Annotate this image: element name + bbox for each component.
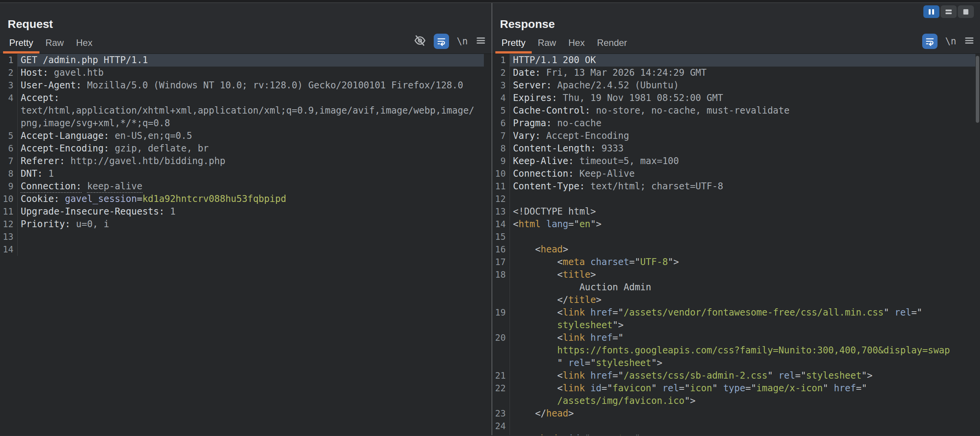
code-line-11[interactable]: 11Upgrade-Insecure-Requests: 1: [0, 205, 484, 218]
code-line-7[interactable]: 7Vary: Accept-Encoding: [492, 130, 975, 142]
code-line-20[interactable]: 20 <link href=": [492, 332, 975, 344]
repeater-message-panels: Request PrettyRawHex: [0, 3, 980, 435]
line-number: 21: [492, 369, 510, 382]
columns-layout-button[interactable]: [923, 5, 939, 18]
code-line-6[interactable]: 6Accept-Encoding: gzip, deflate, br: [0, 142, 484, 155]
code-line-1[interactable]: 1GET /admin.php HTTP/1.1: [0, 54, 484, 67]
line-number: 9: [492, 155, 510, 168]
code-line-12[interactable]: 12Priority: u=0, i: [0, 218, 484, 231]
response-editor[interactable]: 1HTTP/1.1 200 OK2Date: Fri, 13 Mar 2026 …: [492, 54, 980, 435]
code-line-3[interactable]: 3User-Agent: Mozilla/5.0 (Windows NT 10.…: [0, 79, 484, 92]
code-line-wrap[interactable]: </title>: [492, 294, 975, 306]
editor-menu-button[interactable]: [964, 35, 975, 47]
code-line-13[interactable]: 13: [0, 231, 484, 243]
tab-hex[interactable]: Hex: [70, 34, 99, 54]
line-number: 11: [492, 180, 510, 193]
line-content: Cache-Control: no-store, no-cache, must-…: [510, 104, 975, 117]
code-line-17[interactable]: 17 <meta charset="UTF-8">: [492, 256, 975, 268]
line-number: [0, 117, 18, 130]
line-number: 10: [492, 168, 510, 180]
code-line-wrap[interactable]: stylesheet">: [492, 319, 975, 332]
tab-raw[interactable]: Raw: [532, 34, 562, 54]
newline-markers-button[interactable]: \n: [945, 36, 956, 47]
code-line-14[interactable]: 14<html lang="en">: [492, 218, 975, 231]
code-line-9[interactable]: 9Keep-Alive: timeout=5, max=100: [492, 155, 975, 168]
line-number: 24: [492, 420, 510, 433]
tab-pretty[interactable]: Pretty: [495, 34, 532, 54]
request-editor-toolbar: \n: [414, 34, 486, 54]
code-line-9[interactable]: 9Connection: keep-alive: [0, 180, 484, 193]
line-content: Vary: Accept-Encoding: [510, 130, 975, 142]
editor-menu-button[interactable]: [475, 35, 486, 47]
code-line-16[interactable]: 16 <head>: [492, 243, 975, 256]
code-line-14[interactable]: 14: [0, 243, 484, 256]
request-editor[interactable]: 1GET /admin.php HTTP/1.12Host: gavel.htb…: [0, 54, 492, 435]
line-content: Host: gavel.htb: [18, 67, 484, 79]
line-content: [510, 231, 975, 243]
code-line-10[interactable]: 10Cookie: gavel_session=kd1a92hntcrv088h…: [0, 193, 484, 205]
response-tabs: PrettyRawHexRender: [495, 34, 633, 54]
window-top-strip: [0, 0, 980, 3]
code-line-wrap[interactable]: png,image/svg+xml,*/*;q=0.8: [0, 117, 484, 130]
code-line-5[interactable]: 5Cache-Control: no-store, no-cache, must…: [492, 104, 975, 117]
code-line-4[interactable]: 4Accept:: [0, 92, 484, 104]
line-content: Accept-Language: en-US,en;q=0.5: [18, 130, 484, 142]
line-content: stylesheet">: [510, 319, 975, 332]
code-line-wrap[interactable]: /assets/img/favicon.ico">: [492, 395, 975, 407]
code-line-13[interactable]: 13<!DOCTYPE html>: [492, 205, 975, 218]
code-line-23[interactable]: 23 </head>: [492, 407, 975, 420]
code-line-12[interactable]: 12: [492, 193, 975, 205]
code-line-15[interactable]: 15: [492, 231, 975, 243]
line-content: </head>: [510, 407, 975, 420]
code-line-wrap[interactable]: " rel="stylesheet">: [492, 357, 975, 369]
code-line-5[interactable]: 5Accept-Language: en-US,en;q=0.5: [0, 130, 484, 142]
code-line-25[interactable]: 25 <body id="page-top">: [492, 433, 975, 435]
line-number: 9: [0, 180, 18, 193]
line-number: 12: [0, 218, 18, 231]
line-number: 1: [492, 54, 510, 67]
code-line-24[interactable]: 24: [492, 420, 975, 433]
line-number: 18: [492, 268, 510, 281]
code-line-8[interactable]: 8DNT: 1: [0, 168, 484, 180]
code-line-21[interactable]: 21 <link href="/assets/css/sb-admin-2.cs…: [492, 369, 975, 382]
code-line-1[interactable]: 1HTTP/1.1 200 OK: [492, 54, 975, 67]
tab-raw[interactable]: Raw: [39, 34, 70, 54]
tab-render[interactable]: Render: [591, 34, 633, 54]
code-line-3[interactable]: 3Server: Apache/2.4.52 (Ubuntu): [492, 79, 975, 92]
code-line-6[interactable]: 6Pragma: no-cache: [492, 117, 975, 130]
line-number: 23: [492, 407, 510, 420]
code-line-10[interactable]: 10Connection: Keep-Alive: [492, 168, 975, 180]
code-line-wrap[interactable]: Auction Admin: [492, 281, 975, 294]
line-content: GET /admin.php HTTP/1.1: [18, 54, 484, 67]
code-line-8[interactable]: 8Content-Length: 9333: [492, 142, 975, 155]
code-line-22[interactable]: 22 <link id="favicon" rel="icon" type="i…: [492, 382, 975, 395]
line-content: <!DOCTYPE html>: [510, 205, 975, 218]
code-line-2[interactable]: 2Date: Fri, 13 Mar 2026 14:24:29 GMT: [492, 67, 975, 79]
code-line-4[interactable]: 4Expires: Thu, 19 Nov 1981 08:52:00 GMT: [492, 92, 975, 104]
line-content: <body id="page-top">: [510, 433, 975, 435]
line-number: 19: [492, 306, 510, 319]
response-panel-title: Response: [500, 18, 980, 31]
tab-hex[interactable]: Hex: [562, 34, 591, 54]
soft-wrap-button[interactable]: [922, 34, 938, 49]
code-line-7[interactable]: 7Referer: http://gavel.htb/bidding.php: [0, 155, 484, 168]
hide-icon[interactable]: [414, 34, 426, 48]
code-line-2[interactable]: 2Host: gavel.htb: [0, 67, 484, 79]
response-scrollbar[interactable]: [976, 56, 979, 123]
line-number: [492, 281, 510, 294]
line-content: https://fonts.googleapis.com/css?family=…: [510, 344, 975, 357]
code-line-wrap[interactable]: text/html,application/xhtml+xml,applicat…: [0, 104, 484, 117]
code-line-wrap[interactable]: https://fonts.googleapis.com/css?family=…: [492, 344, 975, 357]
line-content: DNT: 1: [18, 168, 484, 180]
code-line-19[interactable]: 19 <link href="/assets/vendor/fontawesom…: [492, 306, 975, 319]
code-line-11[interactable]: 11Content-Type: text/html; charset=UTF-8: [492, 180, 975, 193]
tab-pretty[interactable]: Pretty: [3, 34, 39, 54]
line-number: [492, 395, 510, 407]
rows-layout-button[interactable]: [941, 5, 957, 18]
tabs-layout-button[interactable]: [958, 5, 974, 18]
soft-wrap-button[interactable]: [434, 34, 449, 49]
request-tabs-row: PrettyRawHex: [0, 34, 492, 54]
newline-markers-button[interactable]: \n: [457, 36, 468, 47]
line-content: [18, 231, 484, 243]
code-line-18[interactable]: 18 <title>: [492, 268, 975, 281]
